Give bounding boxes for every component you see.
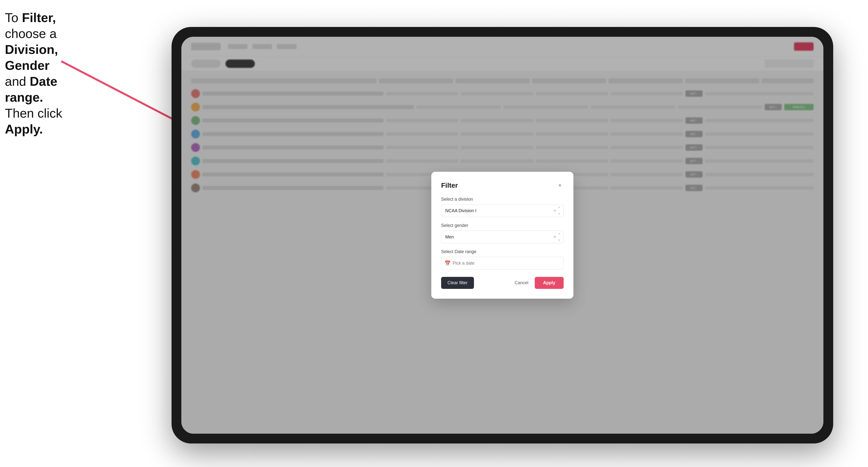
instruction-text: To Filter, choose a Division, Gender and… [5,10,76,137]
bold-apply: Apply. [5,122,43,136]
bold-division-gender: Division, Gender [5,42,58,72]
modal-header: Filter × [441,182,564,189]
gender-label: Select gender [441,223,564,228]
filter-modal: Filter × Select a division NCAA Division… [431,172,574,299]
gender-select[interactable]: Men [441,230,564,243]
calendar-icon: 📅 [444,260,451,266]
modal-overlay: Filter × Select a division NCAA Division… [181,37,824,434]
gender-clear-icon[interactable]: × [553,235,556,240]
clear-filter-button[interactable]: Clear filter [441,277,474,289]
date-input[interactable] [441,257,564,270]
gender-form-group: Select gender Men × ⌃⌄ [441,223,564,243]
date-form-group: Select Date range 📅 [441,249,564,270]
division-label: Select a division [441,197,564,202]
division-clear-icon[interactable]: × [553,208,556,213]
tablet-device: ACT ↑ ACT ↑ VIEW ALL [172,27,833,443]
division-select-wrapper: NCAA Division I × ⌃⌄ [441,204,564,217]
footer-right-actions: Cancel Apply [512,277,564,289]
bold-filter: Filter, [22,10,56,25]
date-input-wrapper: 📅 [441,257,564,270]
cancel-button[interactable]: Cancel [512,277,531,289]
division-select[interactable]: NCAA Division I [441,204,564,217]
gender-select-wrapper: Men × ⌃⌄ [441,230,564,243]
modal-title: Filter [441,182,458,189]
date-label: Select Date range [441,249,564,254]
bold-date-range: Date range. [5,74,57,104]
modal-footer: Clear filter Cancel Apply [441,277,564,289]
apply-button[interactable]: Apply [535,277,564,289]
modal-close-button[interactable]: × [556,182,564,189]
division-form-group: Select a division NCAA Division I × ⌃⌄ [441,197,564,217]
tablet-screen: ACT ↑ ACT ↑ VIEW ALL [181,37,824,434]
